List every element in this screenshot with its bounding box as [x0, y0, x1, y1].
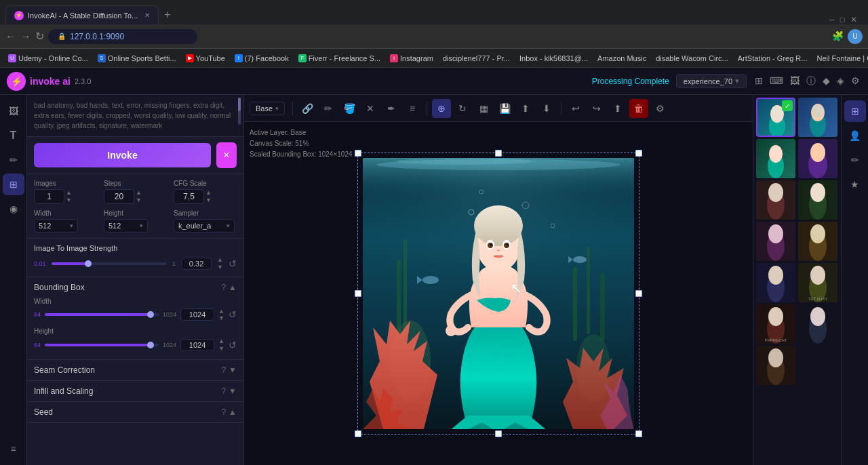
- bb-height-input[interactable]: [180, 339, 214, 351]
- sampler-select[interactable]: k_euler_a ▾: [174, 219, 235, 232]
- gallery-thumb-1[interactable]: ✓: [756, 98, 795, 137]
- gallery-thumb-5[interactable]: [756, 180, 795, 220]
- bookmark-neil[interactable]: Neil Fontaine | CGS...: [812, 53, 868, 64]
- toolbar-redo-button[interactable]: ↪: [587, 99, 606, 118]
- gallery-thumb-3[interactable]: [756, 139, 795, 178]
- toolbar-transform-button[interactable]: ⊕: [432, 99, 451, 118]
- bookmark-amazon[interactable]: Amazon Music: [593, 53, 650, 64]
- bb-height-reset-button[interactable]: ↺: [229, 340, 237, 350]
- width-select[interactable]: 512 ▾: [34, 219, 78, 232]
- header-monitor-icon[interactable]: ⊞: [753, 74, 764, 89]
- images-stepper[interactable]: ▲ ▼: [66, 189, 72, 204]
- gallery-thumb-13[interactable]: [756, 346, 795, 385]
- seam-correction-help-icon[interactable]: ?: [221, 365, 226, 375]
- bb-width-reset-button[interactable]: ↺: [229, 309, 237, 320]
- infill-scaling-help-icon[interactable]: ?: [221, 386, 226, 396]
- right-sidebar-star-btn[interactable]: ★: [844, 174, 866, 195]
- handle-tl[interactable]: [355, 150, 361, 157]
- handle-tc[interactable]: [495, 150, 502, 157]
- right-sidebar-gallery-btn[interactable]: ⊞: [844, 100, 866, 122]
- handle-bl[interactable]: [355, 430, 361, 437]
- gallery-thumb-10[interactable]: TET LLIST: [798, 263, 837, 302]
- bounding-box-collapse-icon[interactable]: ▲: [229, 283, 237, 292]
- profile-icon[interactable]: U: [848, 29, 863, 44]
- header-discord-icon[interactable]: ◈: [835, 74, 846, 89]
- gallery-thumb-11[interactable]: PRPRECHT: [756, 304, 795, 344]
- bb-height-stepper[interactable]: ▲ ▼: [218, 338, 224, 352]
- bb-height-slider[interactable]: [45, 344, 159, 346]
- toolbar-download-button[interactable]: ⬇: [537, 99, 556, 118]
- bookmark-wacom[interactable]: disable Wacom Circ...: [652, 53, 732, 64]
- right-sidebar-edit-btn[interactable]: ✏: [844, 149, 866, 171]
- right-sidebar-person-btn[interactable]: 👤: [844, 125, 866, 146]
- handle-mr[interactable]: [635, 290, 642, 297]
- bb-width-input[interactable]: [180, 308, 214, 321]
- gallery-thumb-12[interactable]: [798, 304, 837, 344]
- minimize-button[interactable]: ─: [829, 15, 835, 24]
- bookmark-artstation[interactable]: ArtStation - Greg R...: [734, 53, 812, 64]
- extensions-icon[interactable]: 🧩: [831, 29, 845, 44]
- tab-close-button[interactable]: ✕: [144, 12, 150, 19]
- canvas-viewport[interactable]: Active Layer: Base Canvas Scale: 51% Sca…: [244, 122, 753, 465]
- bounding-box-help-icon[interactable]: ?: [221, 283, 226, 292]
- handle-tr[interactable]: [635, 150, 642, 157]
- seed-collapse-icon[interactable]: ▲: [229, 407, 237, 417]
- cfg-input[interactable]: [174, 189, 204, 204]
- toolbar-delete-button[interactable]: 🗑: [629, 99, 648, 118]
- sidebar-text-btn[interactable]: T: [3, 125, 24, 146]
- bookmark-disciple[interactable]: disciplenel777 - Pr...: [439, 53, 514, 64]
- address-bar[interactable]: 🔒 127.0.0.1:9090: [48, 29, 197, 44]
- nav-refresh-button[interactable]: ↻: [35, 30, 44, 43]
- cancel-button[interactable]: ×: [216, 142, 237, 168]
- sidebar-canvas-btn[interactable]: ⊞: [3, 174, 24, 195]
- sidebar-brush-btn[interactable]: ✏: [3, 149, 24, 171]
- nav-back-button[interactable]: ←: [5, 31, 16, 43]
- gallery-thumb-2[interactable]: [798, 98, 837, 137]
- infill-scaling-header[interactable]: Infill and Scaling ? ▼: [27, 381, 243, 401]
- bb-width-stepper[interactable]: ▲ ▼: [218, 308, 224, 323]
- bookmark-youtube[interactable]: ▶ YouTube: [182, 53, 229, 64]
- seed-help-icon[interactable]: ?: [221, 407, 226, 417]
- toolbar-save-button[interactable]: 💾: [495, 99, 514, 118]
- steps-input[interactable]: [104, 189, 134, 204]
- toolbar-upload-button[interactable]: ⬆: [608, 99, 627, 118]
- bookmark-facebook[interactable]: f (7) Facebook: [231, 53, 293, 64]
- header-github-icon[interactable]: ◆: [821, 74, 831, 89]
- layer-select[interactable]: Base ▾: [250, 102, 285, 115]
- sidebar-queue-btn[interactable]: ≡: [3, 438, 24, 460]
- img2img-reset-button[interactable]: ↺: [229, 258, 237, 269]
- handle-br[interactable]: [635, 430, 642, 437]
- new-tab-button[interactable]: +: [159, 5, 176, 24]
- header-keyboard-icon[interactable]: ⌨: [768, 74, 785, 89]
- toolbar-brush-button[interactable]: ✏: [319, 99, 338, 118]
- bookmark-udemy[interactable]: U Udemy - Online Co...: [4, 53, 92, 64]
- bounding-box-header[interactable]: Bounding Box ? ▲: [27, 277, 243, 298]
- height-select[interactable]: 512 ▾: [104, 219, 148, 232]
- handle-ml[interactable]: [355, 290, 361, 297]
- sidebar-node-btn[interactable]: ◉: [3, 198, 24, 220]
- handle-bc[interactable]: [495, 430, 502, 437]
- seam-correction-header[interactable]: Seam Correction ? ▼: [27, 360, 243, 380]
- toolbar-fill-button[interactable]: 🪣: [340, 99, 359, 118]
- toolbar-undo-button[interactable]: ↩: [566, 99, 585, 118]
- header-info-icon[interactable]: ⓘ: [805, 74, 817, 89]
- gallery-thumb-4[interactable]: [798, 139, 837, 178]
- img2img-slider[interactable]: [52, 262, 167, 265]
- cfg-stepper[interactable]: ▲ ▼: [205, 189, 212, 204]
- toolbar-eraser-button[interactable]: ✕: [361, 99, 380, 118]
- toolbar-lines-button[interactable]: ≡: [403, 99, 422, 118]
- maximize-button[interactable]: □: [840, 15, 845, 24]
- sidebar-image-btn[interactable]: 🖼: [3, 100, 24, 122]
- toolbar-layers-button[interactable]: ▦: [474, 99, 493, 118]
- toolbar-rotate-button[interactable]: ↻: [453, 99, 472, 118]
- bookmark-fiverr[interactable]: F Fiverr - Freelance S...: [294, 53, 384, 64]
- toolbar-link-button[interactable]: 🔗: [298, 99, 317, 118]
- bookmark-inbox[interactable]: Inbox - klk56831@...: [515, 53, 592, 64]
- active-tab[interactable]: ⚡ InvokeAI - A Stable Diffusion To... ✕: [5, 5, 159, 24]
- bb-width-slider[interactable]: [45, 313, 159, 316]
- close-window-button[interactable]: ✕: [850, 15, 857, 24]
- infill-scaling-collapse-icon[interactable]: ▼: [229, 386, 237, 396]
- header-image-icon[interactable]: 🖼: [789, 74, 801, 89]
- img2img-value-input[interactable]: [181, 258, 212, 270]
- gallery-thumb-6[interactable]: [798, 180, 837, 220]
